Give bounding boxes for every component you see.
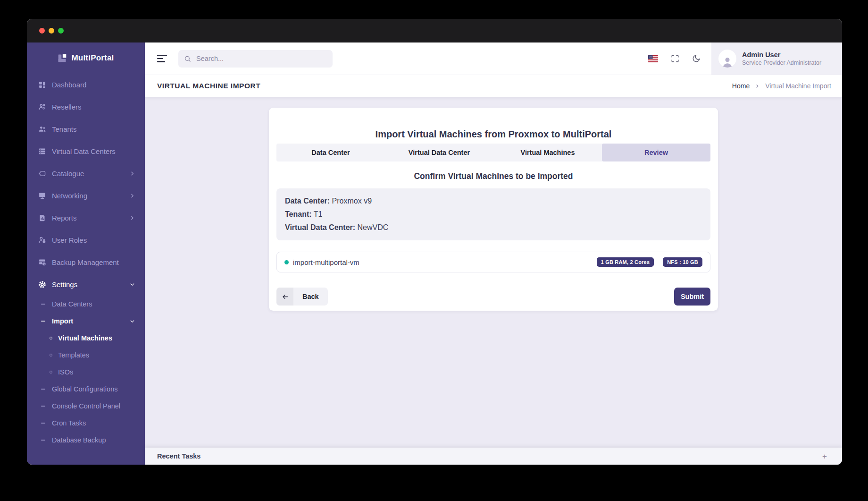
search-input[interactable] (195, 54, 327, 63)
fullscreen-button[interactable] (671, 54, 679, 63)
sidebar-item-settings[interactable]: Settings (27, 273, 145, 296)
dash-bullet (41, 423, 45, 424)
breadcrumb-chevron-icon (755, 84, 760, 89)
recent-tasks-title: Recent Tasks (157, 452, 200, 460)
sidebar-item-database-backup[interactable]: Database Backup (27, 432, 145, 449)
sidebar-item-user-roles[interactable]: User Roles (27, 229, 145, 251)
sidebar-item-data-centers[interactable]: Data Centers (27, 296, 145, 313)
sidebar-item-label: Virtual Machines (58, 334, 112, 342)
sidebar-item-cron-tasks[interactable]: Cron Tasks (27, 415, 145, 432)
app-window: MultiPortal Dashboard (27, 19, 842, 465)
sidebar-item-label: Database Backup (52, 436, 106, 444)
close-window-button[interactable] (39, 28, 45, 34)
sidebar-item-label: Virtual Data Centers (52, 147, 116, 155)
dash-bullet (41, 389, 45, 390)
circle-bullet (50, 371, 52, 374)
sidebar-item-label: Data Centers (52, 300, 92, 308)
summary-row-vdc: Virtual Data Center: NewVDC (285, 221, 702, 234)
sidebar-item-global-configurations[interactable]: Global Configurations (27, 381, 145, 398)
vm-status-dot (284, 260, 289, 264)
vm-list-item[interactable]: import-multiportal-vm 1 GB RAM, 2 Cores … (276, 252, 710, 272)
search-box (178, 50, 333, 68)
user-avatar-icon (721, 56, 734, 68)
breadcrumb: Home Virtual Machine Import (732, 82, 831, 90)
wizard-title: Import Virtual Machines from Proxmox to … (276, 129, 710, 140)
sidebar-item-virtual-machines[interactable]: Virtual Machines (27, 330, 145, 347)
page-content: Import Virtual Machines from Proxmox to … (145, 97, 842, 448)
user-profile-menu[interactable]: Admin User Service Provider Administrato… (711, 42, 842, 75)
sidebar-item-label: Tenants (52, 125, 77, 133)
sidebar-item-tenants[interactable]: Tenants (27, 118, 145, 140)
wizard-steps: Data Center Virtual Data Center Virtual … (276, 144, 710, 161)
sidebar-item-label: Networking (52, 192, 87, 200)
vm-name: import-multiportal-vm (293, 258, 359, 266)
maximize-window-button[interactable] (58, 28, 64, 34)
sidebar-item-label: User Roles (52, 236, 87, 244)
sidebar-item-catalogue[interactable]: Catalogue (27, 162, 145, 185)
summary-value: NewVDC (358, 223, 389, 231)
backup-management-icon (38, 258, 46, 266)
sidebar-item-networking[interactable]: Networking (27, 185, 145, 207)
sidebar: MultiPortal Dashboard (27, 42, 145, 465)
page-title-bar: VIRTUAL MACHINE IMPORT Home Virtual Mach… (145, 75, 842, 97)
sidebar-item-reports[interactable]: Reports (27, 207, 145, 229)
top-header: Admin User Service Provider Administrato… (145, 42, 842, 75)
main-area: Admin User Service Provider Administrato… (145, 42, 842, 465)
summary-value: Proxmox v9 (332, 197, 372, 205)
submit-button[interactable]: Submit (674, 288, 710, 306)
sidebar-item-templates[interactable]: Templates (27, 347, 145, 364)
tab-data-center[interactable]: Data Center (276, 144, 385, 161)
hamburger-menu-button[interactable] (157, 55, 167, 62)
app-frame: MultiPortal Dashboard (27, 42, 842, 465)
circle-bullet (50, 354, 52, 357)
sidebar-item-resellers[interactable]: Resellers (27, 96, 145, 118)
sidebar-item-label: Global Configurations (52, 385, 117, 393)
app-logo[interactable]: MultiPortal (27, 42, 145, 74)
avatar (718, 50, 736, 68)
sidebar-item-label: Cron Tasks (52, 419, 86, 427)
sidebar-item-virtual-data-centers[interactable]: Virtual Data Centers (27, 140, 145, 162)
app-logo-text: MultiPortal (71, 53, 114, 63)
tab-virtual-data-center[interactable]: Virtual Data Center (385, 144, 493, 161)
tenants-icon (38, 125, 46, 133)
back-button-label: Back (293, 288, 328, 306)
sidebar-item-label: Import (52, 317, 73, 325)
breadcrumb-home-link[interactable]: Home (732, 82, 750, 90)
expand-tasks-button[interactable]: + (822, 452, 827, 460)
back-button[interactable]: Back (276, 288, 328, 306)
sidebar-item-import[interactable]: Import (27, 313, 145, 330)
sidebar-item-console-control-panel[interactable]: Console Control Panel (27, 398, 145, 415)
summary-label: Tenant: (285, 210, 312, 218)
chevron-down-icon (129, 281, 135, 288)
fullscreen-icon (671, 54, 679, 63)
summary-row-data-center: Data Center: Proxmox v9 (285, 195, 702, 208)
tab-review[interactable]: Review (602, 144, 710, 161)
dash-bullet (41, 406, 45, 407)
sidebar-item-backup-management[interactable]: Backup Management (27, 251, 145, 273)
summary-label: Virtual Data Center: (285, 223, 355, 231)
minimize-window-button[interactable] (49, 28, 54, 34)
user-name: Admin User (742, 51, 821, 59)
sidebar-item-label: Catalogue (52, 170, 84, 178)
vm-ram-badge: 1 GB RAM, 2 Cores (597, 257, 654, 267)
import-wizard-card: Import Virtual Machines from Proxmox to … (269, 108, 718, 311)
language-flag-button[interactable] (648, 55, 658, 62)
macos-titlebar (27, 19, 842, 42)
chevron-right-icon (129, 215, 135, 221)
dark-mode-toggle[interactable] (692, 54, 701, 63)
tab-virtual-machines[interactable]: Virtual Machines (493, 144, 602, 161)
wizard-actions: Back Submit (276, 288, 710, 306)
sidebar-item-isos[interactable]: ISOs (27, 364, 145, 381)
user-role: Service Provider Administrator (742, 60, 821, 66)
dash-bullet (41, 304, 45, 305)
sidebar-item-dashboard[interactable]: Dashboard (27, 74, 145, 96)
sidebar-item-label: Resellers (52, 103, 82, 111)
back-arrow-icon (276, 288, 293, 306)
resellers-icon (38, 103, 46, 111)
sidebar-item-label: Backup Management (52, 258, 119, 266)
header-icon-group (648, 54, 701, 63)
sidebar-item-label: ISOs (58, 368, 73, 376)
search-icon (184, 55, 191, 62)
chevron-right-icon (129, 193, 135, 199)
settings-icon (38, 280, 46, 289)
